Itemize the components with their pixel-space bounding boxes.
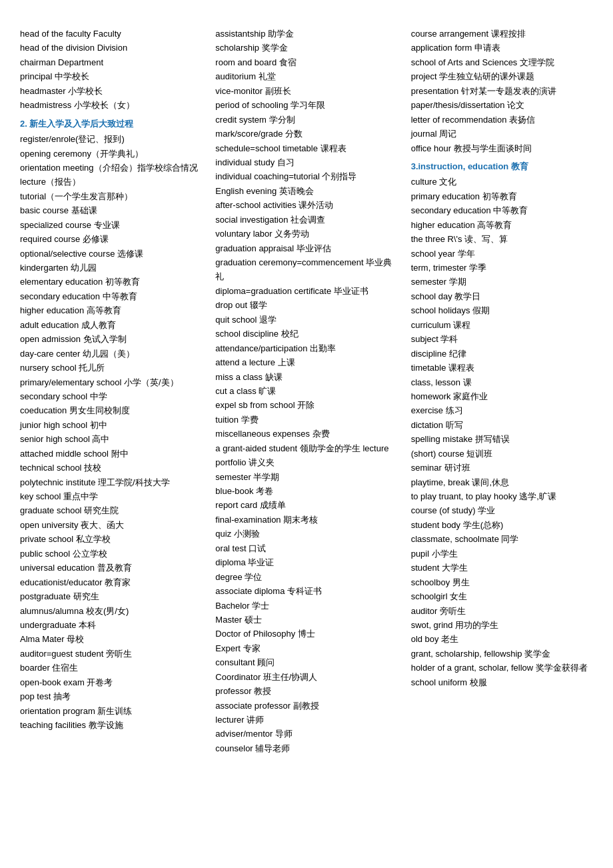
entry-0-23: nursery school 托儿所 — [20, 361, 202, 375]
entry-1-23: miss a class 缺课 — [215, 370, 397, 384]
entry-0-31: polytechnic institute 理工学院/科技大学 — [20, 475, 202, 489]
entry-0-26: coeducation 男女生同校制度 — [20, 403, 202, 417]
entry-0-2: chairman Department — [20, 55, 202, 69]
entry-2-12: primary education 初等教育 — [411, 189, 593, 203]
entry-2-21: curriculum 课程 — [411, 318, 593, 332]
entry-1-30: blue-book 考卷 — [215, 484, 397, 498]
entry-1-7: mark/score/grade 分数 — [215, 127, 397, 141]
entry-0-15: optional/selective course 选修课 — [20, 247, 202, 261]
entry-1-39: Master 硕士 — [215, 613, 397, 627]
entry-0-17: elementary education 初等教育 — [20, 275, 202, 289]
entry-2-31: seminar 研讨班 — [411, 461, 593, 475]
entry-1-20: school discipline 校纪 — [215, 327, 397, 341]
entry-2-20: school holidays 假期 — [411, 303, 593, 317]
entry-0-21: open admission 免试入学制 — [20, 332, 202, 346]
entry-1-41: Expert 专家 — [215, 641, 397, 655]
entry-0-13: specialized course 专业课 — [20, 218, 202, 232]
entry-1-33: quiz 小测验 — [215, 527, 397, 541]
entry-2-29: spelling mistake 拼写错误 — [411, 432, 593, 446]
entry-0-29: attached middle school 附中 — [20, 447, 202, 461]
entry-0-39: postgraduate 研究生 — [20, 589, 202, 603]
entry-2-28: dictation 听写 — [411, 418, 593, 432]
entry-1-14: voluntary labor 义务劳动 — [215, 227, 397, 241]
entry-2-0: course arrangement 课程按排 — [411, 27, 593, 41]
entry-0-14: required course 必修课 — [20, 232, 202, 246]
entry-0-8: opening ceremony（开学典礼） — [20, 147, 202, 161]
entry-0-11: tutorial（一个学生发言那种） — [20, 189, 202, 203]
entry-1-42: consultant 顾问 — [215, 655, 397, 669]
entry-1-40: Doctor of Philosophy 博士 — [215, 627, 397, 641]
entry-1-17: diploma=graduation certificate 毕业证书 — [215, 284, 397, 298]
entry-2-8: journal 周记 — [411, 127, 593, 141]
main-content: head of the faculty Facultyhead of the d… — [20, 27, 593, 755]
entry-1-11: English evening 英语晚会 — [215, 184, 397, 198]
entry-1-3: auditorium 礼堂 — [215, 69, 397, 83]
column-1: head of the faculty Facultyhead of the d… — [20, 27, 202, 755]
entry-1-45: associate professor 副教授 — [215, 699, 397, 713]
entry-0-25: secondary school 中学 — [20, 389, 202, 403]
entry-1-18: drop out 辍学 — [215, 298, 397, 312]
entry-2-7: letter of recommendation 表扬信 — [411, 113, 593, 127]
entry-2-18: semester 学期 — [411, 275, 593, 289]
entry-2-27: exercise 练习 — [411, 403, 593, 417]
entry-2-23: discipline 纪律 — [411, 347, 593, 361]
entry-0-3: principal 中学校长 — [20, 69, 202, 83]
entry-0-7: register/enrole(登记、报到) — [20, 132, 202, 146]
entry-0-20: adult education 成人教育 — [20, 318, 202, 332]
entry-2-4: project 学生独立钻研的课外课题 — [411, 69, 593, 83]
section-heading-0-6: 2. 新生入学及入学后大致过程 — [20, 117, 202, 131]
entry-2-41: auditor 旁听生 — [411, 604, 593, 618]
entry-0-41: undergraduate 本科 — [20, 618, 202, 632]
entry-2-11: culture 文化 — [411, 175, 593, 189]
entry-0-5: headmistress 小学校长（女） — [20, 98, 202, 112]
entry-0-44: boarder 住宿生 — [20, 661, 202, 675]
entry-1-21: attendance/participation 出勤率 — [215, 341, 397, 355]
entry-1-31: report card 成绩单 — [215, 498, 397, 512]
entry-2-36: classmate, schoolmate 同学 — [411, 532, 593, 546]
entry-1-25: expel sb from school 开除 — [215, 398, 397, 412]
entry-0-24: primary/elementary school 小学（英/美） — [20, 375, 202, 389]
entry-0-36: public school 公立学校 — [20, 547, 202, 561]
entry-0-47: orientation program 新生训练 — [20, 704, 202, 718]
entry-0-18: secondary education 中等教育 — [20, 289, 202, 303]
entry-0-32: key school 重点中学 — [20, 489, 202, 503]
column-2: assistantship 助学金scholarship 奖学金room and… — [215, 27, 397, 755]
entry-0-9: orientation meeting（介绍会）指学校综合情况 — [20, 161, 202, 175]
entry-2-16: school year 学年 — [411, 247, 593, 261]
entry-2-43: old boy 老生 — [411, 632, 593, 646]
entry-1-43: Coordinator 班主任/协调人 — [215, 670, 397, 684]
entry-0-34: open university 夜大、函大 — [20, 518, 202, 532]
entry-1-5: period of schooling 学习年限 — [215, 98, 397, 112]
section-heading-2-10: 3.instruction, education 教育 — [411, 159, 593, 173]
entry-0-40: alumnus/alumna 校友(男/女) — [20, 604, 202, 618]
entry-2-25: class, lesson 课 — [411, 375, 593, 389]
entry-0-35: private school 私立学校 — [20, 532, 202, 546]
entry-0-1: head of the division Division — [20, 41, 202, 55]
entry-0-4: headmaster 小学校长 — [20, 84, 202, 98]
entry-0-19: higher education 高等教育 — [20, 303, 202, 317]
entry-0-30: technical school 技校 — [20, 461, 202, 475]
entry-2-17: term, trimester 学季 — [411, 261, 593, 275]
entry-2-42: swot, grind 用功的学生 — [411, 618, 593, 632]
entry-1-38: Bachelor 学士 — [215, 599, 397, 613]
entry-1-37: associate diploma 专科证书 — [215, 584, 397, 598]
entry-2-13: secondary education 中等教育 — [411, 203, 593, 217]
entry-1-1: scholarship 奖学金 — [215, 41, 397, 55]
entry-2-37: pupil 小学生 — [411, 547, 593, 561]
entry-0-0: head of the faculty Faculty — [20, 27, 202, 41]
entry-1-2: room and board 食宿 — [215, 55, 397, 69]
entry-0-10: lecture（报告） — [20, 175, 202, 189]
entry-2-45: holder of a grant, scholar, fellow 奖学金获得… — [411, 661, 593, 675]
entry-2-46: school uniform 校服 — [411, 675, 593, 689]
entry-1-13: social investigation 社会调查 — [215, 213, 397, 227]
entry-0-43: auditor=guest student 旁听生 — [20, 647, 202, 661]
entry-2-30: (short) course 短训班 — [411, 447, 593, 461]
entry-1-9: individual study 自习 — [215, 155, 397, 169]
entry-1-35: diploma 毕业证 — [215, 555, 397, 569]
entry-2-2: application form 申请表 — [411, 41, 593, 55]
entry-2-14: higher education 高等教育 — [411, 218, 593, 232]
entry-1-0: assistantship 助学金 — [215, 27, 397, 41]
entry-1-27: miscellaneous expenses 杂费 — [215, 427, 397, 441]
entry-2-40: schoolgirl 女生 — [411, 589, 593, 603]
entry-1-34: oral test 口试 — [215, 541, 397, 555]
